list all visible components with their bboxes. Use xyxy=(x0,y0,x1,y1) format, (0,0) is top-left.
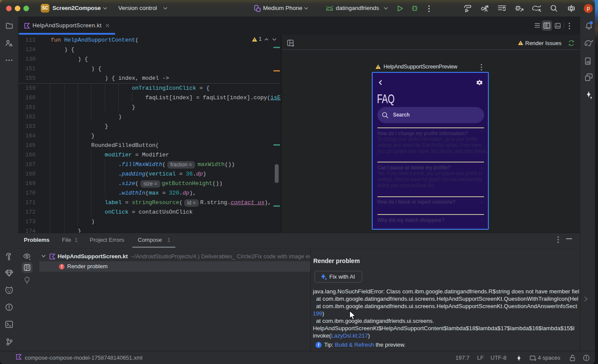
svg-text:A: A xyxy=(484,7,488,13)
